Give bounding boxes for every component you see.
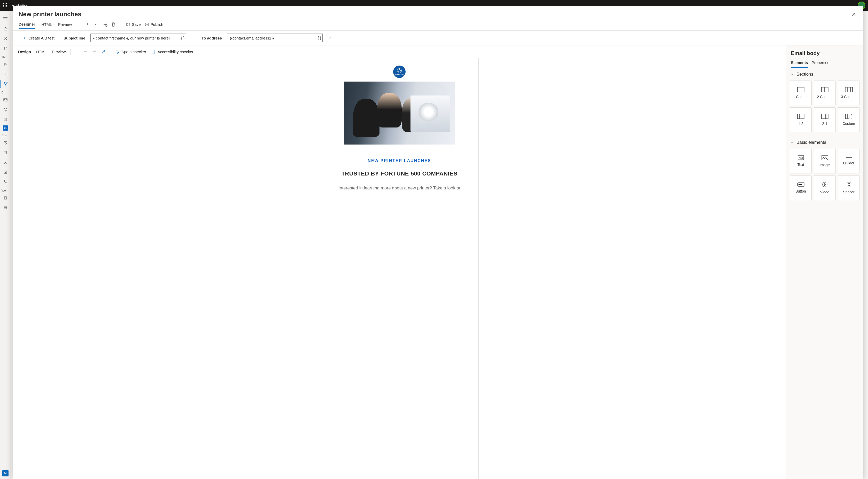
email-canvas[interactable]: CONTOSO NEW PRINTER LAUNCHES TRUSTED BY … bbox=[320, 58, 479, 479]
column-1-2-icon bbox=[797, 114, 804, 119]
consent-icon[interactable] bbox=[0, 168, 11, 176]
subject-line-input[interactable] bbox=[90, 34, 186, 42]
tab-html[interactable]: HTML bbox=[41, 20, 52, 29]
column-custom-icon bbox=[845, 114, 852, 119]
area-switcher-badge[interactable]: M bbox=[2, 470, 8, 476]
section-1-2[interactable]: 1-2 bbox=[790, 107, 812, 132]
svg-rect-23 bbox=[4, 207, 7, 209]
svg-rect-8 bbox=[6, 6, 7, 7]
element-video[interactable]: Video bbox=[814, 175, 836, 200]
tab-designer[interactable]: Designer bbox=[19, 20, 35, 29]
chart-icon[interactable] bbox=[0, 70, 11, 78]
recent-icon[interactable] bbox=[0, 35, 11, 42]
email-icon[interactable] bbox=[0, 96, 11, 104]
sites-icon[interactable] bbox=[0, 204, 11, 212]
undo-icon[interactable] bbox=[85, 21, 93, 29]
chevron-down-icon bbox=[791, 73, 794, 76]
nav-hamburger-icon[interactable] bbox=[0, 15, 11, 23]
basic-elements-header[interactable]: Basic elements bbox=[786, 136, 863, 149]
email-body-text[interactable]: Interested in learning more about a new … bbox=[328, 185, 471, 192]
left-nav-rail: My Ch in Cus We M bbox=[0, 11, 11, 479]
delete-icon[interactable] bbox=[109, 21, 118, 29]
svg-point-16 bbox=[6, 109, 6, 109]
svg-rect-17 bbox=[4, 118, 7, 121]
element-image[interactable]: Image bbox=[814, 149, 836, 173]
redo-icon[interactable] bbox=[90, 47, 99, 56]
svg-rect-27 bbox=[152, 50, 154, 53]
accessibility-checker-button[interactable]: Accessibility checker bbox=[149, 49, 196, 54]
save-icon bbox=[126, 23, 130, 27]
side-tab-elements[interactable]: Elements bbox=[791, 58, 808, 68]
svg-rect-0 bbox=[3, 3, 4, 4]
rail-group-my: My bbox=[0, 55, 5, 58]
smile-icon[interactable] bbox=[0, 106, 11, 113]
expand-header-icon[interactable] bbox=[326, 34, 334, 42]
svg-rect-6 bbox=[3, 6, 4, 7]
home-icon[interactable] bbox=[0, 25, 11, 33]
accessibility-icon bbox=[151, 49, 156, 54]
section-2-1[interactable]: 2-1 bbox=[814, 107, 836, 132]
section-3column[interactable]: 3 Column bbox=[838, 80, 860, 105]
side-panel-title: Email body bbox=[786, 45, 863, 58]
personalization-icon[interactable]: { } bbox=[181, 36, 184, 40]
email-headline[interactable]: TRUSTED BY FORTUNE 500 COMPANIES bbox=[328, 170, 471, 177]
app-launcher-icon[interactable] bbox=[3, 3, 8, 8]
personalization-icon[interactable]: { } bbox=[318, 36, 321, 40]
form-icon[interactable] bbox=[0, 115, 11, 123]
svg-point-20 bbox=[5, 161, 6, 163]
tab-preview[interactable]: Preview bbox=[58, 20, 72, 29]
section-2column[interactable]: 2 Column bbox=[814, 80, 836, 105]
image-icon bbox=[822, 155, 828, 160]
column-3-icon bbox=[845, 87, 853, 92]
save-label: Save bbox=[132, 22, 141, 27]
tab-design[interactable]: Design bbox=[16, 47, 34, 56]
to-address-input[interactable] bbox=[227, 34, 323, 42]
create-ab-test-button[interactable]: ＋ Create A/B test bbox=[19, 31, 58, 45]
plus-icon: ＋ bbox=[22, 35, 26, 41]
section-custom[interactable]: Custom bbox=[838, 107, 860, 132]
test-send-icon[interactable] bbox=[101, 21, 109, 29]
undo-icon[interactable] bbox=[82, 47, 90, 56]
spam-checker-button[interactable]: Spam checker bbox=[112, 49, 149, 54]
side-tab-properties[interactable]: Properties bbox=[812, 58, 829, 68]
contacts-icon[interactable] bbox=[0, 149, 11, 157]
svg-rect-13 bbox=[4, 99, 7, 101]
svg-rect-35 bbox=[800, 114, 804, 119]
expand-icon[interactable] bbox=[99, 47, 108, 56]
person-icon[interactable] bbox=[0, 159, 11, 166]
email-kicker[interactable]: NEW PRINTER LAUNCHES bbox=[328, 159, 471, 163]
email-editor-modal: New printer launches Designer HTML Previ… bbox=[13, 6, 863, 479]
journeys-icon[interactable] bbox=[0, 80, 11, 88]
rail-group-channels: Ch bbox=[0, 91, 5, 94]
svg-point-11 bbox=[6, 82, 7, 83]
svg-rect-29 bbox=[822, 87, 825, 92]
element-spacer[interactable]: Spacer bbox=[838, 175, 860, 200]
tab-preview2[interactable]: Preview bbox=[49, 47, 68, 56]
save-button[interactable]: Save bbox=[124, 22, 143, 27]
section-1column[interactable]: 1 Column bbox=[790, 80, 812, 105]
segments-icon[interactable] bbox=[0, 139, 11, 146]
close-icon[interactable] bbox=[850, 10, 858, 18]
spam-check-icon bbox=[115, 49, 119, 54]
divider-icon bbox=[845, 157, 852, 159]
element-divider[interactable]: Divider bbox=[838, 149, 860, 173]
spam-checker-label: Spam checker bbox=[121, 49, 146, 54]
pin-icon[interactable] bbox=[0, 44, 11, 52]
tab-html2[interactable]: HTML bbox=[34, 47, 49, 56]
play-icon[interactable] bbox=[0, 60, 11, 68]
pages-icon[interactable] bbox=[0, 194, 11, 202]
linkedin-icon[interactable]: in bbox=[3, 126, 8, 131]
svg-rect-3 bbox=[3, 5, 4, 6]
phone-icon[interactable] bbox=[0, 178, 11, 186]
element-button[interactable]: Button bbox=[790, 175, 812, 200]
hero-image[interactable] bbox=[344, 81, 455, 144]
button-icon bbox=[797, 182, 804, 186]
redo-icon[interactable] bbox=[93, 21, 101, 29]
publish-button[interactable]: Publish bbox=[143, 22, 165, 27]
element-text[interactable]: Abc Text bbox=[790, 149, 812, 173]
svg-rect-33 bbox=[850, 87, 852, 92]
email-canvas-area[interactable]: CONTOSO NEW PRINTER LAUNCHES TRUSTED BY … bbox=[13, 58, 786, 479]
add-icon[interactable] bbox=[72, 47, 82, 56]
svg-point-15 bbox=[5, 109, 5, 109]
sections-header[interactable]: Sections bbox=[786, 68, 863, 80]
